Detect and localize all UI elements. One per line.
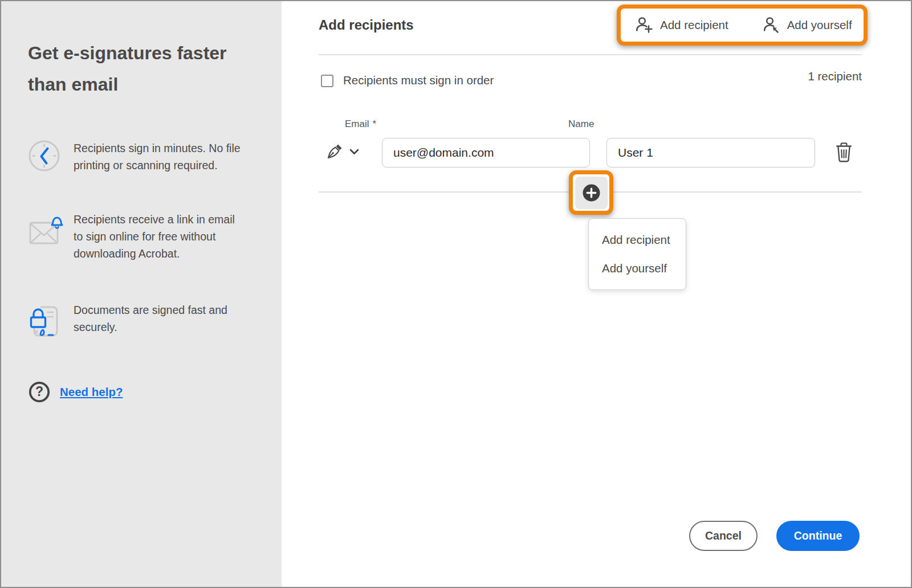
question-circle-icon: ? [28, 381, 51, 403]
secure-document-icon [28, 304, 62, 339]
svg-text:?: ? [35, 384, 43, 399]
help-row: ? Need help? [28, 381, 123, 403]
top-actions-annotation: Add recipient Add yourself [617, 5, 868, 46]
person-plus-icon [634, 16, 653, 34]
footer-actions: Cancel Continue [689, 521, 860, 551]
menu-item-add-yourself[interactable]: Add yourself [589, 254, 686, 283]
name-field-label: Name [568, 119, 594, 130]
feature-text: Recipients receive a link in email to si… [74, 211, 245, 262]
sidebar-heading: Get e-signatures faster than email [28, 38, 250, 100]
page-title: Add recipients [319, 17, 414, 33]
add-button-annotation [569, 170, 613, 215]
add-recipient-button[interactable]: Add recipient [634, 16, 728, 34]
sign-in-order-label: Recipients must sign in order [343, 74, 494, 87]
esign-dialog: Get e-signatures faster than email Recip… [0, 0, 912, 588]
email-notification-icon [28, 215, 64, 248]
sign-in-order-checkbox[interactable] [321, 75, 333, 87]
clock-icon [28, 140, 60, 172]
continue-button[interactable]: Continue [776, 521, 860, 551]
cancel-button[interactable]: Cancel [689, 521, 758, 551]
pen-nib-icon [325, 143, 343, 161]
name-input[interactable] [606, 138, 815, 168]
add-recipient-label: Add recipient [660, 18, 728, 32]
person-arrow-icon [762, 16, 780, 34]
trash-icon [834, 142, 853, 162]
email-field-label: Email* [345, 119, 376, 130]
email-input[interactable] [382, 138, 590, 168]
info-sidebar: Get e-signatures faster than email Recip… [1, 1, 282, 587]
sign-order-row: Recipients must sign in order 1 recipien… [319, 74, 862, 90]
need-help-link[interactable]: Need help? [60, 385, 123, 399]
add-yourself-label: Add yourself [787, 18, 852, 32]
add-recipients-panel: Add recipients Add recipient [282, 1, 911, 587]
menu-item-add-recipient[interactable]: Add recipient [589, 226, 686, 254]
feature-text: Documents are signed fast and securely. [74, 301, 245, 336]
required-asterisk: * [373, 119, 377, 129]
add-recipient-plus-button[interactable] [575, 177, 608, 209]
recipient-role-dropdown[interactable] [325, 143, 359, 161]
delete-recipient-button[interactable] [834, 142, 853, 162]
recipient-row [319, 138, 862, 168]
chevron-down-icon [349, 149, 359, 155]
recipient-count: 1 recipient [808, 70, 862, 83]
header-divider [319, 54, 862, 55]
feature-text: Recipients sign in minutes. No file prin… [74, 140, 245, 174]
add-yourself-button[interactable]: Add yourself [762, 16, 852, 34]
add-menu: Add recipient Add yourself [588, 218, 686, 290]
plus-icon [582, 183, 601, 202]
